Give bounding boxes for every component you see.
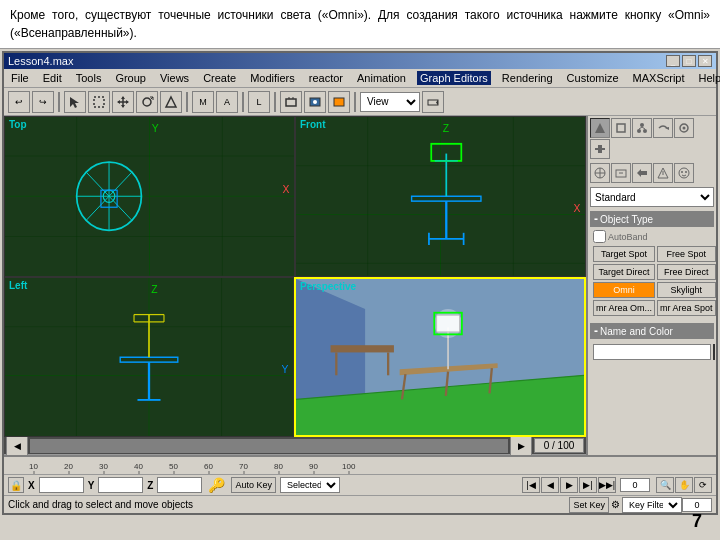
render-button[interactable] — [304, 91, 326, 113]
y-label: Y — [88, 480, 95, 491]
menu-edit[interactable]: Edit — [40, 71, 65, 85]
name-color-label: Name and Color — [600, 326, 673, 337]
panel-modify-btn[interactable] — [611, 118, 631, 138]
object-name-input[interactable] — [593, 344, 711, 360]
top-text-area: Кроме того, существуют точечные источник… — [0, 0, 720, 49]
svg-point-81 — [643, 129, 647, 133]
pan-btn[interactable]: ✋ — [675, 477, 693, 493]
autoband-checkbox[interactable] — [593, 230, 606, 243]
select-object-button[interactable] — [64, 91, 86, 113]
next-frame-btn[interactable]: ▶| — [579, 477, 597, 493]
layer-manager-button[interactable]: L — [248, 91, 270, 113]
end-frame-input[interactable] — [682, 498, 712, 512]
timeline-next-btn[interactable]: ▶ — [510, 435, 532, 456]
scale-button[interactable] — [160, 91, 182, 113]
menu-create[interactable]: Create — [200, 71, 239, 85]
minimize-button[interactable]: _ — [666, 55, 680, 67]
prev-frame-btn[interactable]: ◀ — [541, 477, 559, 493]
svg-text:90: 90 — [309, 462, 318, 471]
panel-btn-d[interactable] — [653, 163, 673, 183]
color-swatch[interactable] — [713, 344, 715, 360]
panel-toolbar — [590, 118, 714, 159]
go-start-btn[interactable]: |◀ — [522, 477, 540, 493]
window-title: Lesson4.max — [8, 55, 73, 67]
frame-counter: 0 / 100 — [534, 438, 584, 453]
panel-utilities-btn[interactable] — [590, 139, 610, 159]
lock-button[interactable]: 🔒 — [8, 477, 24, 493]
render-type-button[interactable] — [280, 91, 302, 113]
menu-customize[interactable]: Customize — [564, 71, 622, 85]
close-button[interactable]: ✕ — [698, 55, 712, 67]
svg-text:30: 30 — [99, 462, 108, 471]
panel-btn-c[interactable] — [632, 163, 652, 183]
move-button[interactable] — [112, 91, 134, 113]
undo-button[interactable]: ↩ — [8, 91, 30, 113]
menu-modifiers[interactable]: Modifiers — [247, 71, 298, 85]
svg-marker-9 — [166, 97, 176, 107]
panel-display-btn[interactable] — [674, 118, 694, 138]
select-region-button[interactable] — [88, 91, 110, 113]
menu-views[interactable]: Views — [157, 71, 192, 85]
align-button[interactable]: A — [216, 91, 238, 113]
current-frame-input[interactable] — [620, 478, 650, 492]
menu-maxscript[interactable]: MAXScript — [630, 71, 688, 85]
panel-btn-a[interactable] — [590, 163, 610, 183]
free-spot-btn[interactable]: Free Spot — [657, 246, 716, 262]
viewport-left[interactable]: Left — [4, 277, 294, 438]
named-view-button[interactable] — [422, 91, 444, 113]
auto-key-button[interactable]: Auto Key — [231, 477, 276, 493]
zoom-btn[interactable]: 🔍 — [656, 477, 674, 493]
menu-help[interactable]: Help — [696, 71, 720, 85]
target-spot-btn[interactable]: Target Spot — [593, 246, 655, 262]
menu-animation[interactable]: Animation — [354, 71, 409, 85]
rotate-button[interactable] — [136, 91, 158, 113]
panel-create-btn[interactable] — [590, 118, 610, 138]
menu-file[interactable]: File — [8, 71, 32, 85]
svg-marker-15 — [436, 100, 438, 105]
panel-btn-b[interactable] — [611, 163, 631, 183]
panel-btn-e[interactable] — [674, 163, 694, 183]
quick-render-button[interactable] — [328, 91, 350, 113]
status-message: Click and drag to select and move object… — [8, 499, 569, 510]
orbit-btn[interactable]: ⟳ — [694, 477, 712, 493]
menu-tools[interactable]: Tools — [73, 71, 105, 85]
view-dropdown[interactable]: View — [360, 92, 420, 112]
z-coord-input[interactable] — [157, 477, 202, 493]
viewport-front[interactable]: Front — [295, 116, 586, 277]
skylight-btn[interactable]: Skylight — [657, 282, 716, 298]
mr-area-omni-btn[interactable]: mr Area Om... — [593, 300, 655, 316]
key-mode-dropdown[interactable]: Selected — [280, 477, 340, 493]
object-type-buttons: Target Spot Free Spot Target Direct Free… — [593, 246, 711, 316]
menu-group[interactable]: Group — [112, 71, 149, 85]
toolbar-sep-3 — [242, 92, 244, 112]
mr-area-spot-btn[interactable]: mr Area Spot — [657, 300, 716, 316]
x-coord-input[interactable] — [39, 477, 84, 493]
y-coord-input[interactable] — [98, 477, 143, 493]
title-bar-buttons: _ □ ✕ — [666, 55, 712, 67]
menu-reactor[interactable]: reactor — [306, 71, 346, 85]
viewport-perspective-label: Perspective — [300, 281, 356, 292]
menu-rendering[interactable]: Rendering — [499, 71, 556, 85]
viewport-perspective[interactable]: Perspective — [294, 277, 586, 438]
redo-button[interactable]: ↪ — [32, 91, 54, 113]
viewport-top[interactable]: Top — [4, 116, 295, 277]
maximize-button[interactable]: □ — [682, 55, 696, 67]
name-color-header: - Name and Color — [590, 323, 714, 339]
timeline-prev-btn[interactable]: ◀ — [6, 435, 28, 456]
target-direct-btn[interactable]: Target Direct — [593, 264, 655, 280]
menu-graph-editors[interactable]: Graph Editors — [417, 71, 491, 85]
go-end-btn[interactable]: ▶▶| — [598, 477, 616, 493]
panel-hierarchy-btn[interactable] — [632, 118, 652, 138]
panel-motion-btn[interactable] — [653, 118, 673, 138]
svg-point-79 — [640, 123, 644, 127]
omni-btn[interactable]: Omni — [593, 282, 655, 298]
svg-rect-10 — [286, 99, 296, 106]
play-btn[interactable]: ▶ — [560, 477, 578, 493]
svg-text:100: 100 — [342, 462, 356, 471]
svg-marker-5 — [121, 105, 125, 108]
mirror-button[interactable]: M — [192, 91, 214, 113]
svg-marker-0 — [70, 97, 79, 108]
timeline-track[interactable] — [30, 439, 508, 453]
panel-standard-dropdown[interactable]: Standard — [590, 187, 714, 207]
free-direct-btn[interactable]: Free Direct — [657, 264, 716, 280]
